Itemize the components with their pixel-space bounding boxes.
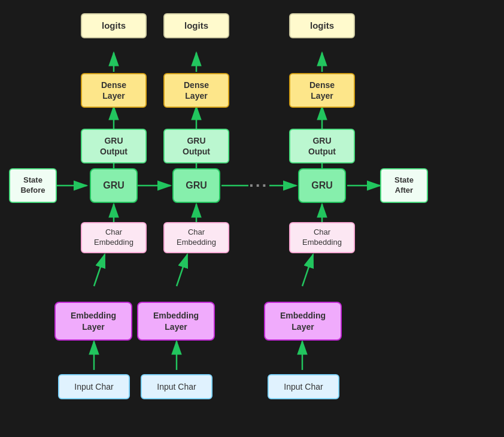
dense-2-label: DenseLayer xyxy=(184,80,209,101)
input-char-2: Input Char xyxy=(141,374,212,399)
svg-line-21 xyxy=(302,254,313,286)
gru-3-label: GRU xyxy=(311,180,333,192)
input-char-3-label: Input Char xyxy=(284,381,323,392)
dense-layer-1: DenseLayer xyxy=(81,73,147,108)
logits-2-label: logits xyxy=(184,20,208,32)
gru-2-label: GRU xyxy=(186,180,207,192)
logits-1-label: logits xyxy=(102,20,126,32)
state-after: StateAfter xyxy=(380,168,428,203)
char-embedding-1: CharEmbedding xyxy=(81,222,147,253)
svg-line-19 xyxy=(94,254,105,286)
char-embedding-2: CharEmbedding xyxy=(163,222,229,253)
dense-1-label: DenseLayer xyxy=(101,80,126,101)
gru-output-2-label: GRUOutput xyxy=(183,135,210,157)
gru-output-2: GRUOutput xyxy=(163,129,229,163)
gru-output-1: GRUOutput xyxy=(81,129,147,163)
svg-line-20 xyxy=(177,254,187,286)
gru-output-3: GRUOutput xyxy=(289,129,355,163)
dense-layer-2: DenseLayer xyxy=(163,73,229,108)
logits-1: logits xyxy=(81,13,147,38)
gru-1: GRU xyxy=(90,168,138,203)
gru-output-1-label: GRUOutput xyxy=(100,135,127,157)
ellipsis: ··· xyxy=(249,176,268,195)
diagram: ··· logits logits logits DenseLayer Dens… xyxy=(0,0,504,437)
char-emb-2-label: CharEmbedding xyxy=(177,227,216,248)
arrows-overlay xyxy=(0,0,504,437)
gru-output-3-label: GRUOutput xyxy=(308,135,336,157)
input-char-2-label: Input Char xyxy=(157,381,196,392)
embedding-layer-3: EmbeddingLayer xyxy=(264,302,342,341)
emb-layer-3-label: EmbeddingLayer xyxy=(280,310,326,332)
gru-3: GRU xyxy=(298,168,346,203)
logits-3: logits xyxy=(289,13,355,38)
emb-layer-1-label: EmbeddingLayer xyxy=(71,310,116,332)
input-char-1: Input Char xyxy=(58,374,130,399)
char-emb-3-label: CharEmbedding xyxy=(302,227,342,248)
char-embedding-3: CharEmbedding xyxy=(289,222,355,253)
dense-layer-3: DenseLayer xyxy=(289,73,355,108)
state-before-label: StateBefore xyxy=(20,175,45,196)
dense-3-label: DenseLayer xyxy=(309,80,335,101)
embedding-layer-1: EmbeddingLayer xyxy=(54,302,132,341)
input-char-3: Input Char xyxy=(268,374,339,399)
logits-3-label: logits xyxy=(310,20,334,32)
char-emb-1-label: CharEmbedding xyxy=(94,227,133,248)
embedding-layer-2: EmbeddingLayer xyxy=(137,302,215,341)
logits-2: logits xyxy=(163,13,229,38)
state-after-label: StateAfter xyxy=(394,175,414,196)
emb-layer-2-label: EmbeddingLayer xyxy=(153,310,199,332)
state-before: StateBefore xyxy=(9,168,57,203)
gru-2: GRU xyxy=(172,168,220,203)
input-char-1-label: Input Char xyxy=(74,381,113,392)
gru-1-label: GRU xyxy=(103,180,125,192)
